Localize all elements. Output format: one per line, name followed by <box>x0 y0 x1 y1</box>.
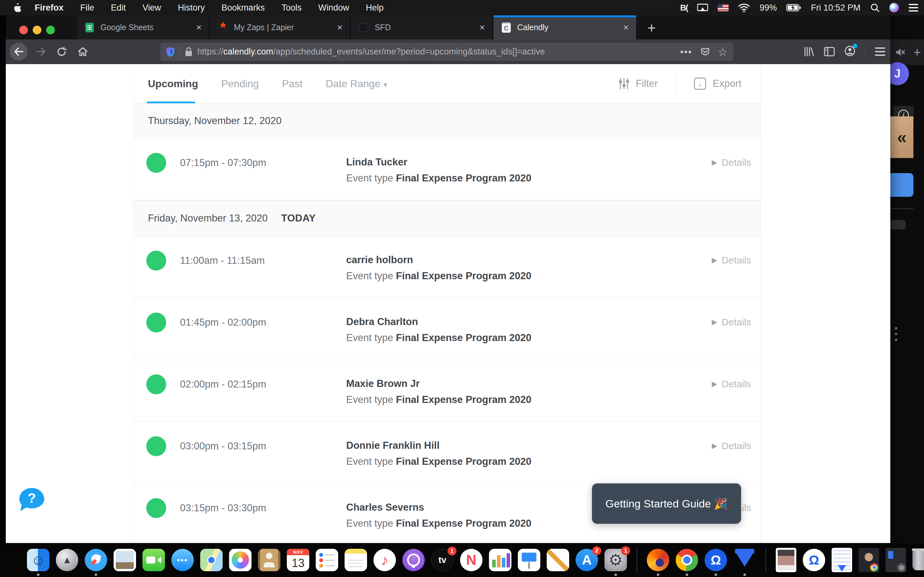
help-widget-button[interactable]: ? <box>19 488 44 508</box>
background-new-tab-button[interactable]: + <box>913 45 921 60</box>
tab-pending[interactable]: Pending <box>221 78 258 90</box>
dock-item-tv[interactable]: tv1 <box>431 549 454 571</box>
minimize-window-button[interactable] <box>33 26 41 34</box>
dock-item-trash[interactable] <box>913 550 924 570</box>
getting-started-tooltip[interactable]: Getting Started Guide 🎉 <box>592 484 741 524</box>
close-window-button[interactable] <box>19 26 28 34</box>
details-button[interactable]: ▶Details <box>712 157 751 168</box>
home-button[interactable] <box>74 43 92 61</box>
dock-item-contacts[interactable] <box>258 549 280 571</box>
bookmark-star-icon[interactable]: ☆ <box>718 45 728 58</box>
menu-item[interactable]: View <box>134 3 170 13</box>
dock-item-facetime[interactable] <box>142 549 165 571</box>
tracking-protection-shield-icon[interactable] <box>166 47 174 57</box>
spotlight-icon[interactable] <box>870 3 880 13</box>
details-button[interactable]: ▶Details <box>712 440 751 451</box>
dock-item-maps[interactable] <box>200 549 223 571</box>
tab-close-icon[interactable]: × <box>337 23 342 33</box>
background-blue-button-fragment[interactable] <box>890 173 913 197</box>
lock-icon[interactable] <box>185 47 192 57</box>
menu-item[interactable]: Firefox <box>35 3 72 13</box>
export-button[interactable]: ↓ Export <box>694 77 741 90</box>
screen-mirroring-icon[interactable] <box>697 3 708 12</box>
dock-item-keynote[interactable] <box>518 549 540 571</box>
dock-item-ribbon-app[interactable]: Ω <box>704 549 727 571</box>
library-icon[interactable] <box>803 46 814 57</box>
apple-logo-icon[interactable] <box>13 3 21 13</box>
forward-button[interactable] <box>32 43 50 61</box>
tab-calendly[interactable]: C Calendly × <box>493 15 636 39</box>
zoom-window-button[interactable] <box>46 26 55 34</box>
menu-item[interactable]: Help <box>357 3 392 13</box>
filter-button[interactable]: Filter <box>619 78 658 89</box>
dock-item-min-ribbon[interactable]: Ω <box>803 549 825 571</box>
event-row[interactable]: 07:15pm - 07:30pm Linda Tucker Event typ… <box>134 139 761 200</box>
speaker-muted-icon[interactable] <box>895 48 905 57</box>
dock-item-min-video[interactable] <box>859 548 879 572</box>
date-range-dropdown[interactable]: Date Range▾ <box>326 78 387 90</box>
kebab-menu-icon[interactable] <box>895 327 897 341</box>
dock-item-notes[interactable] <box>344 549 367 571</box>
page-actions-icon[interactable]: ••• <box>680 47 692 57</box>
firefox-account-icon[interactable] <box>845 45 855 58</box>
url-bar[interactable]: https://calendly.com/app/scheduled_event… <box>160 43 733 61</box>
dock-item-min-poster[interactable] <box>776 548 796 572</box>
tab-upcoming[interactable]: Upcoming <box>148 78 198 90</box>
pocket-icon[interactable] <box>701 47 710 56</box>
dock-item-pages[interactable] <box>547 549 569 571</box>
menu-item[interactable]: Window <box>310 3 357 13</box>
tab-past[interactable]: Past <box>282 78 302 90</box>
tab-zapier[interactable]: * My Zaps | Zapier × <box>210 15 351 39</box>
url-text[interactable]: https://calendly.com/app/scheduled_event… <box>197 47 676 57</box>
dock[interactable]: ☺▲•••NOV13♪tv1NA2⚙1ΩΩ <box>0 543 924 577</box>
dock-item-finder[interactable]: ☺ <box>27 549 49 571</box>
dock-item-sysprefs[interactable]: ⚙1 <box>604 549 627 571</box>
dock-item-music[interactable]: ♪ <box>373 549 396 571</box>
details-button[interactable]: ▶Details <box>712 379 751 390</box>
siri-icon[interactable] <box>889 3 899 13</box>
tab-sfd[interactable]: SFD × <box>351 15 493 39</box>
wifi-icon[interactable] <box>738 3 750 12</box>
details-button[interactable]: ▶Details <box>712 317 751 327</box>
tab-google-sheets[interactable]: Google Sheets × <box>77 15 210 39</box>
background-tabstrip-fragment: + <box>890 39 924 65</box>
control-center-icon[interactable] <box>909 4 918 11</box>
dock-item-photos[interactable] <box>229 549 252 571</box>
dock-item-min-sheet[interactable] <box>832 548 852 572</box>
new-tab-button[interactable]: + <box>648 20 656 36</box>
dock-item-safari[interactable] <box>85 549 107 571</box>
event-row[interactable]: 11:00am - 11:15am carrie holborn Event t… <box>134 236 761 298</box>
event-row[interactable]: 01:45pm - 02:00pm Debra Charlton Event t… <box>134 298 761 360</box>
dock-item-numbers[interactable] <box>489 549 511 571</box>
dock-item-reminders[interactable] <box>316 549 338 571</box>
menu-item[interactable]: History <box>170 3 213 13</box>
menu-item[interactable]: File <box>72 3 103 13</box>
dock-item-min-bluetooth[interactable] <box>885 548 906 572</box>
dock-item-news[interactable]: N <box>460 549 483 571</box>
us-flag-icon[interactable] <box>718 4 729 11</box>
tab-close-icon[interactable]: × <box>480 23 485 33</box>
event-row[interactable]: 02:00pm - 02:15pm Maxie Brown Jr Event t… <box>134 360 761 422</box>
dock-item-launchpad[interactable]: ▲ <box>56 549 78 571</box>
menu-item[interactable]: Tools <box>273 3 310 13</box>
sidebar-toggle-icon[interactable] <box>824 47 835 56</box>
menu-item[interactable]: Bookmarks <box>213 3 273 13</box>
dock-item-messages[interactable]: ••• <box>171 549 194 571</box>
back-button[interactable] <box>10 43 27 61</box>
dock-item-mail[interactable] <box>113 549 136 571</box>
menu-bar-clock[interactable]: Fri 10:52 PM <box>811 3 861 13</box>
details-button[interactable]: ▶Details <box>712 255 751 266</box>
dock-item-firefox[interactable] <box>647 549 669 571</box>
event-row[interactable]: 03:00pm - 03:15pm Donnie Franklin Hill E… <box>134 422 761 484</box>
menu-item[interactable]: Edit <box>103 3 134 13</box>
dock-item-fox-app[interactable] <box>733 549 756 571</box>
dock-item-appstore[interactable]: A2 <box>575 549 598 571</box>
tab-close-icon[interactable]: × <box>196 23 202 33</box>
reload-button[interactable] <box>53 43 71 61</box>
dock-item-calendar[interactable]: NOV13 <box>287 549 309 571</box>
tab-close-icon[interactable]: × <box>624 23 628 33</box>
backblaze-menu-icon[interactable]: B( <box>680 3 688 13</box>
dock-item-podcasts[interactable] <box>402 549 425 571</box>
dock-item-chrome[interactable] <box>676 549 698 571</box>
app-menu-icon[interactable] <box>875 47 885 56</box>
